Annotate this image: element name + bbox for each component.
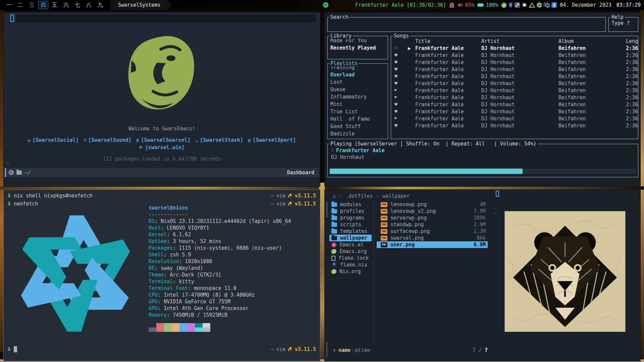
song-row[interactable]: ♥ Frankfurter Aale DJ Hornhaut Beifahren… (391, 87, 638, 94)
dashboard-link[interactable]: @[SwarselSport] (248, 137, 296, 143)
file-manager-window[interactable]: ⌂ › .dotfiles › wallpaper modules profil… (324, 189, 641, 361)
check-circle-icon[interactable] (501, 2, 507, 8)
heart-icon[interactable]: ♥ (394, 123, 408, 129)
file-row[interactable]: user.png 6.9M (377, 241, 488, 248)
song-row[interactable]: ♥ Frankfurter Aale DJ Hornhaut Beifahren… (391, 94, 638, 101)
gem-shield-icon[interactable] (508, 2, 513, 8)
directory-row[interactable]: programs (329, 215, 372, 221)
workspace-button[interactable]: 九 (95, 1, 105, 9)
syncthing-icon[interactable] (537, 2, 542, 8)
palette-swatch (172, 323, 179, 327)
directory-row[interactable]: Emacs.org (329, 248, 372, 255)
heart-icon[interactable]: ♥ (394, 95, 408, 100)
python-version: v3.11.5 (295, 201, 316, 207)
workspace-button[interactable]: 六 (61, 1, 71, 9)
battery-module[interactable]: 100% (477, 2, 498, 8)
file-row[interactable]: serverwp.png 389k (377, 215, 488, 221)
home-icon[interactable]: ⌂ (333, 193, 336, 199)
workspace-button[interactable]: 七 (72, 1, 83, 9)
heart-outline-icon[interactable]: ♡ (331, 147, 334, 154)
palette-row (149, 323, 210, 327)
dashboard-link[interactable]: ♬[SwarselSound] (84, 137, 131, 143)
song-row[interactable]: ♥ Frankfurter Aale DJ Hornhaut Beifahren… (391, 66, 638, 73)
seek-bar[interactable] (330, 169, 636, 174)
heart-icon[interactable]: ♥ (394, 88, 408, 93)
playlist-item[interactable]: Good Stuff (328, 123, 388, 130)
playlist-item[interactable]: Lost (328, 78, 388, 86)
heart-icon[interactable]: ♥ (394, 116, 408, 121)
heart-icon[interactable]: ♥ (394, 109, 408, 115)
directory-row[interactable]: flake.lock (329, 255, 372, 261)
directory-row[interactable]: flake.nix (329, 261, 372, 268)
directory-row[interactable]: scripts (329, 221, 372, 228)
search-input[interactable] (329, 19, 604, 30)
workspace-button[interactable]: 四 (38, 1, 48, 9)
info-value: kitty (179, 279, 194, 285)
playlist-item[interactable]: Hall of Fame (328, 115, 388, 123)
playlist-item[interactable]: Overload (328, 71, 388, 78)
museum-module[interactable] (449, 3, 454, 7)
search-box[interactable]: Search (327, 17, 606, 32)
discord-icon[interactable] (522, 2, 527, 8)
dashboard-link-row2[interactable]: ☸ [swarsel.win] (4, 144, 320, 150)
song-row[interactable]: ♥ Frankfurter Aale DJ Hornhaut Beifahren… (391, 101, 638, 108)
file-row[interactable]: lenovowp.png 4M (377, 201, 488, 208)
playlist-item[interactable]: Queue (328, 86, 388, 93)
scrollbar-thumb[interactable] (326, 202, 327, 217)
music-player-window[interactable]: Search Help Type ? Library Made For YouR… (324, 12, 641, 187)
workspace-button[interactable]: 五 (50, 1, 60, 9)
file-row[interactable]: surfacewp.png 1.3M (377, 228, 488, 235)
steam-icon[interactable] (515, 2, 520, 8)
dashboard-link[interactable]: Ω[SwarselSwarsel] (136, 137, 191, 143)
heart-icon[interactable]: ♥ (394, 52, 408, 58)
song-row[interactable]: ♥ Frankfurter Aale DJ Hornhaut Beifahren… (391, 80, 638, 87)
directory-row[interactable]: profiles (329, 208, 372, 215)
heart-icon[interactable]: ♡ (394, 45, 408, 51)
bluetooth-icon[interactable] (551, 2, 557, 8)
file-row[interactable]: lenovowp_v2.png 7.9M (377, 208, 488, 215)
emacs-window[interactable]: ⌐ Welcome to SwarsEmacs! ◎[SwarselSocial… (3, 12, 320, 187)
heart-icon[interactable]: ♥ (394, 73, 408, 79)
shell-prompt-line[interactable]: λ ~ via v3.11.5 (4, 346, 320, 353)
tent-vpn-icon[interactable] (529, 3, 535, 8)
directory-row[interactable]: wallpaper (329, 235, 372, 241)
python-icon (288, 193, 292, 198)
scrollbar-thumb[interactable] (326, 342, 327, 357)
terminal-window[interactable]: λ nix shell nixpkgs#neofetch ~ via v3.11… (3, 189, 320, 361)
file-row[interactable]: swarsel.png 86k (377, 235, 488, 241)
song-row[interactable]: ♥ Frankfurter Aale DJ Hornhaut Beifahren… (391, 73, 638, 80)
breadcrumb[interactable]: ⌂ › .dotfiles › wallpaper (333, 193, 410, 199)
playlist-item[interactable]: Badizzle (328, 130, 388, 137)
workspace-button[interactable]: 八 (84, 1, 94, 9)
directory-row[interactable]: templates (329, 228, 372, 235)
song-row[interactable]: ♡ ▶ Frankfurter Aale DJ Hornhaut Beifahr… (391, 45, 638, 52)
dashboard-link[interactable]: ◎[SwarselSocial] (28, 137, 79, 143)
breadcrumb-part[interactable]: wallpaper (382, 193, 410, 199)
displays-icon[interactable] (544, 3, 550, 8)
file-row[interactable]: standwp.png 2.9M (377, 221, 488, 228)
dashboard-link[interactable]: ☁[SwarselStash] (195, 137, 243, 143)
song-row[interactable]: ♥ Frankfurter Aale DJ Hornhaut Beifahren… (391, 115, 638, 122)
playlist-item[interactable]: True List (328, 108, 388, 115)
song-row[interactable]: ♥ Frankfurter Aale DJ Hornhaut Beifahren… (391, 108, 638, 115)
volume-module[interactable]: 65% (458, 2, 474, 8)
directory-row[interactable]: Emacs.el (329, 241, 372, 248)
playlist-item[interactable]: Inflammatory (328, 93, 388, 101)
playlist-item[interactable]: Mini (328, 101, 388, 108)
directory-row[interactable]: modules (329, 201, 372, 208)
song-row[interactable]: ♥ Frankfurter Aale DJ Hornhaut Beifahren… (391, 59, 638, 66)
workspace-button[interactable]: 二 (15, 1, 25, 9)
workspace-button[interactable]: 一 (4, 1, 14, 9)
workspace-button[interactable]: 三 (27, 1, 37, 9)
song-row[interactable]: ♥ Frankfurter Aale DJ Hornhaut Beifahren… (391, 52, 638, 59)
song-row[interactable]: ♥ Frankfurter Aale DJ Hornhaut Beifahren… (391, 122, 638, 129)
heart-icon[interactable]: ♥ (394, 66, 408, 72)
library-item[interactable]: Recently Played (328, 44, 388, 51)
cwd-text: ~ (271, 346, 274, 352)
sort-key[interactable]: name (338, 347, 351, 353)
heart-icon[interactable]: ♥ (394, 59, 408, 65)
breadcrumb-part[interactable]: .dotfiles (345, 193, 373, 199)
sort-alt-key[interactable]: mtime (355, 347, 370, 353)
heart-icon[interactable]: ♥ (394, 80, 408, 86)
heart-icon[interactable]: ♥ (394, 102, 408, 108)
